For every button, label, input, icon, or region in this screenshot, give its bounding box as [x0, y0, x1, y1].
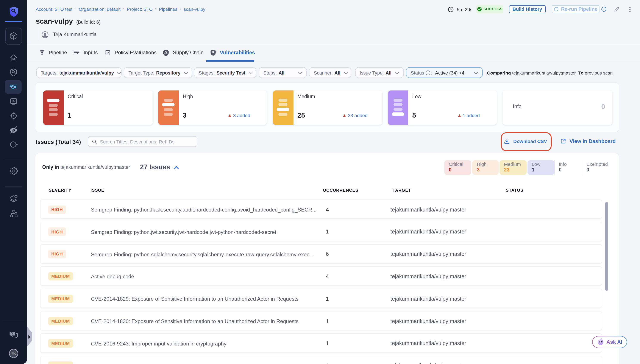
svg-text:?: ? [11, 332, 13, 335]
